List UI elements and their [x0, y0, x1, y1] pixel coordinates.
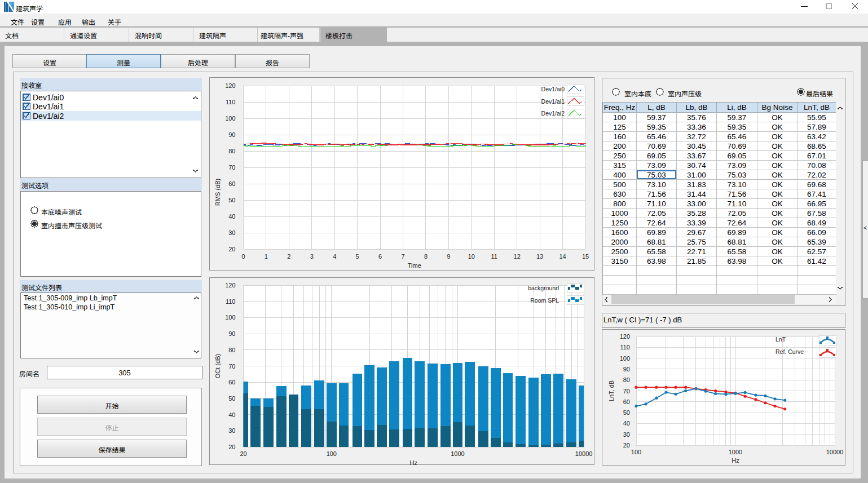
svg-text:20: 20	[228, 246, 235, 252]
svg-text:background: background	[528, 285, 559, 291]
svg-text:110: 110	[226, 99, 236, 105]
svg-text:0: 0	[241, 253, 245, 260]
svg-text:120: 120	[225, 82, 235, 89]
svg-text:80: 80	[623, 376, 630, 383]
svg-text:50: 50	[623, 409, 630, 416]
svg-text:RMS (dB): RMS (dB)	[214, 179, 221, 206]
svg-text:30: 30	[228, 229, 235, 236]
svg-text:Hz: Hz	[732, 457, 739, 464]
svg-text:60: 60	[228, 379, 235, 385]
svg-text:8: 8	[424, 253, 428, 260]
svg-text:20: 20	[240, 450, 246, 457]
svg-text:10: 10	[468, 253, 475, 260]
svg-text:4: 4	[333, 253, 336, 260]
svg-text:40: 40	[623, 420, 630, 427]
svg-text:1: 1	[265, 253, 268, 260]
svg-text:20: 20	[623, 442, 630, 449]
svg-text:30: 30	[623, 431, 630, 438]
svg-text:LnT: LnT	[776, 336, 786, 343]
svg-text:60: 60	[228, 180, 235, 187]
svg-text:13: 13	[536, 253, 543, 260]
svg-text:120: 120	[225, 282, 235, 289]
svg-text:110: 110	[620, 344, 630, 351]
svg-text:20: 20	[228, 444, 235, 450]
svg-text:40: 40	[228, 411, 235, 418]
svg-text:14: 14	[559, 253, 566, 260]
svg-text:100: 100	[327, 450, 337, 457]
svg-text:Ref. Curve: Ref. Curve	[776, 348, 804, 355]
svg-text:120: 120	[620, 333, 630, 340]
svg-text:30: 30	[228, 427, 235, 434]
svg-text:7: 7	[401, 253, 404, 260]
svg-text:70: 70	[228, 164, 235, 171]
svg-text:70: 70	[228, 363, 235, 370]
svg-text:100: 100	[620, 355, 630, 362]
svg-text:100: 100	[225, 115, 235, 122]
svg-text:OCt (dB): OCt (dB)	[214, 354, 221, 378]
svg-text:10000: 10000	[575, 450, 593, 457]
svg-text:90: 90	[228, 131, 235, 138]
svg-text:Room SPL: Room SPL	[530, 297, 559, 304]
svg-text:80: 80	[228, 148, 235, 154]
svg-text:90: 90	[228, 330, 235, 337]
svg-text:6: 6	[378, 253, 382, 260]
svg-text:50: 50	[228, 395, 235, 402]
svg-text:Time: Time	[408, 262, 421, 269]
svg-text:10000: 10000	[826, 449, 844, 455]
svg-text:80: 80	[228, 347, 235, 353]
svg-text:Dev1/ai2: Dev1/ai2	[541, 110, 565, 117]
svg-text:LnT, dB: LnT, dB	[608, 380, 615, 401]
svg-text:Hz: Hz	[410, 459, 417, 465]
svg-text:70: 70	[623, 388, 630, 395]
svg-text:100: 100	[225, 314, 235, 321]
svg-text:15: 15	[582, 253, 589, 260]
svg-text:110: 110	[226, 298, 236, 305]
svg-text:100: 100	[631, 449, 641, 455]
svg-text:50: 50	[228, 197, 235, 203]
svg-text:12: 12	[514, 253, 521, 260]
svg-text:11: 11	[491, 253, 497, 260]
svg-text:Dev1/ai0: Dev1/ai0	[541, 86, 565, 92]
svg-text:Dev1/ai1: Dev1/ai1	[541, 98, 565, 105]
svg-text:9: 9	[447, 253, 450, 260]
svg-text:1000: 1000	[451, 450, 464, 457]
svg-text:2: 2	[287, 253, 290, 260]
svg-text:90: 90	[623, 366, 630, 373]
svg-text:40: 40	[228, 213, 235, 220]
svg-text:60: 60	[623, 398, 630, 405]
svg-text:3: 3	[310, 253, 314, 260]
svg-text:5: 5	[356, 253, 359, 260]
svg-text:1000: 1000	[729, 449, 742, 455]
